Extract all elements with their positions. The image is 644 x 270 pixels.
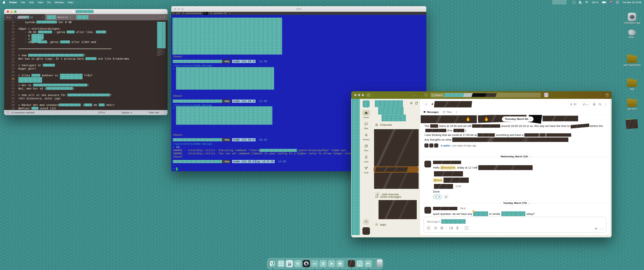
editor-minimap[interactable] (156, 21, 166, 66)
video-icon[interactable] (450, 227, 453, 229)
editor-text-area[interactable]: 13 system. har 8 GB 14 15något i storlek… (4, 20, 168, 110)
menu-app-name[interactable]: Finder (7, 1, 19, 4)
search-icon[interactable] (598, 103, 602, 106)
apple-menu-icon[interactable] (2, 1, 5, 4)
dock-slack[interactable] (336, 260, 344, 267)
mic-icon[interactable] (456, 226, 459, 230)
selection-icon[interactable] (7, 111, 9, 114)
user-avatar[interactable] (544, 93, 548, 97)
emoji-icon[interactable] (434, 226, 437, 230)
menu-item-go[interactable]: Go (45, 1, 52, 4)
tmux-tab-3-active[interactable]: 3: (204, 12, 208, 15)
date-divider[interactable]: Tuesday, March 17th (500, 200, 532, 206)
huddle-button[interactable] (581, 101, 590, 107)
gear-icon[interactable] (410, 101, 413, 105)
close-button[interactable] (7, 11, 9, 13)
editor-tab-1[interactable]: ▼ .txt ● (13, 14, 45, 20)
desktop-icon-solvespace[interactable]: SolveSpace.app (623, 13, 642, 24)
menubar-clock[interactable]: Tue Mar 24 15:48 (622, 1, 642, 4)
mention-everyone[interactable]: @everyone (440, 166, 456, 170)
tab-list-icon[interactable]: ▼ (164, 16, 165, 18)
close-button[interactable] (354, 94, 356, 96)
send-options-chevron-icon[interactable] (602, 228, 604, 229)
firefox-menubar-icon[interactable] (610, 1, 612, 4)
search-bar[interactable]: Search (430, 93, 541, 97)
thread-summary[interactable]: 4 replies Last reply 18 days ago (424, 144, 476, 148)
add-workspace-button[interactable]: + (363, 219, 369, 225)
zoom-button[interactable] (362, 94, 364, 96)
add-reaction-icon[interactable] (443, 194, 449, 199)
slash-command-icon[interactable]: / (465, 226, 468, 230)
dock-intellij[interactable]: IJ (356, 260, 363, 267)
redacted-user-avatar[interactable] (362, 227, 370, 235)
back-icon[interactable]: ◀ (6, 16, 8, 18)
dock-redacted-app[interactable] (348, 260, 355, 267)
sidebar-toggle-icon[interactable] (367, 94, 370, 96)
editor-tab-3[interactable] (74, 14, 104, 20)
history-back-icon[interactable]: ← (413, 94, 416, 97)
encoding-status[interactable]: UTF-8 (98, 111, 105, 114)
members-button[interactable]: 37 (568, 101, 578, 107)
workspace-icon[interactable] (362, 100, 370, 107)
selected-channel[interactable] (374, 166, 418, 173)
kebab-menu-icon[interactable]: ⋮ (604, 102, 607, 106)
syntax-status[interactable]: Plain Text (149, 111, 159, 114)
redacted-avatar[interactable] (424, 207, 431, 214)
tmux-tab-4[interactable]: 4: python3.10 (210, 12, 226, 15)
desktop-icon-web-experiments[interactable]: web experiments (623, 56, 642, 66)
apps-section-header[interactable]: Apps (375, 223, 386, 226)
message-list[interactable]: Thursday, March 5th Thestarts at 19:00 a… (420, 115, 610, 216)
zoom-button[interactable] (14, 11, 16, 13)
dock-firefox[interactable] (303, 260, 310, 267)
dock-trash[interactable] (376, 260, 383, 267)
minimize-button[interactable] (358, 94, 360, 96)
attach-plus-icon[interactable]: + (426, 226, 431, 230)
date-divider[interactable]: Thursday, March 5th (502, 116, 534, 122)
indent-status[interactable]: Spaces: 4 (122, 111, 132, 114)
dock-arrow-app[interactable]: ➤ (328, 260, 335, 267)
editor-tab-2[interactable]: -filanize.txt × (45, 14, 74, 20)
tmux-new-tab[interactable]: + (229, 12, 230, 15)
tmux-tab-2[interactable]: 2: maintenance@ (182, 12, 201, 15)
date-divider[interactable]: Wednesday, March 11th (498, 154, 533, 159)
tmux-tab-1[interactable]: 1: zsh (172, 12, 180, 15)
bookmark-star-icon[interactable]: ☆ (423, 101, 429, 107)
desktop-icon-redacted-folder[interactable] (623, 120, 642, 128)
fire-emoji[interactable] (466, 116, 470, 122)
compose-icon[interactable] (415, 101, 418, 105)
tab-nav-arrows[interactable]: ◀ ▶ (4, 14, 13, 20)
screen-frame-icon[interactable] (573, 1, 576, 4)
editor-title-bar[interactable] (4, 9, 168, 14)
control-center-icon[interactable] (616, 1, 619, 4)
dock-sublime-text[interactable]: S (320, 260, 327, 267)
send-icon[interactable] (595, 227, 598, 230)
dock-calendar[interactable]: Tue24 (286, 260, 293, 267)
menu-item-help[interactable]: Help (66, 1, 75, 4)
tab-menu-icon[interactable]: ▼ (14, 16, 16, 18)
desktop-icon-get-rid-of[interactable]: get rid of (623, 99, 642, 110)
history-forward-icon[interactable]: → (420, 94, 423, 97)
new-tab-icon[interactable]: + (160, 16, 161, 19)
wifi-icon[interactable] (585, 1, 588, 4)
dock-sw-app[interactable]: $W (311, 260, 318, 267)
mention-icon[interactable]: @ (440, 226, 443, 230)
desktop-icon-tepp[interactable]: tepp (623, 79, 642, 90)
fire-emoji[interactable] (484, 116, 489, 122)
redacted-workspace-name[interactable] (375, 100, 403, 107)
terminal-title-bar[interactable]: [3/4] (171, 6, 426, 12)
rail-item-tools[interactable]: Tools (360, 165, 372, 174)
menu-item-window[interactable]: Window (52, 1, 66, 4)
tab-add[interactable]: + (456, 111, 457, 113)
message-composer[interactable]: Message # + @ / (424, 217, 606, 232)
help-icon[interactable]: ? (606, 93, 609, 97)
dock-scissors-app[interactable]: ✂ (365, 260, 372, 267)
battery-icon[interactable] (602, 1, 606, 3)
close-tab-icon[interactable]: × (70, 16, 71, 19)
rail-item-files[interactable]: Files (360, 143, 372, 152)
channels-section-header[interactable]: Channels (375, 123, 392, 126)
redacted-avatar[interactable] (424, 161, 431, 168)
dock-launchpad[interactable] (278, 260, 284, 267)
menu-item-file[interactable]: File (19, 1, 27, 4)
tab-files[interactable]: Files (443, 111, 452, 113)
history-clock-icon[interactable] (424, 94, 428, 97)
